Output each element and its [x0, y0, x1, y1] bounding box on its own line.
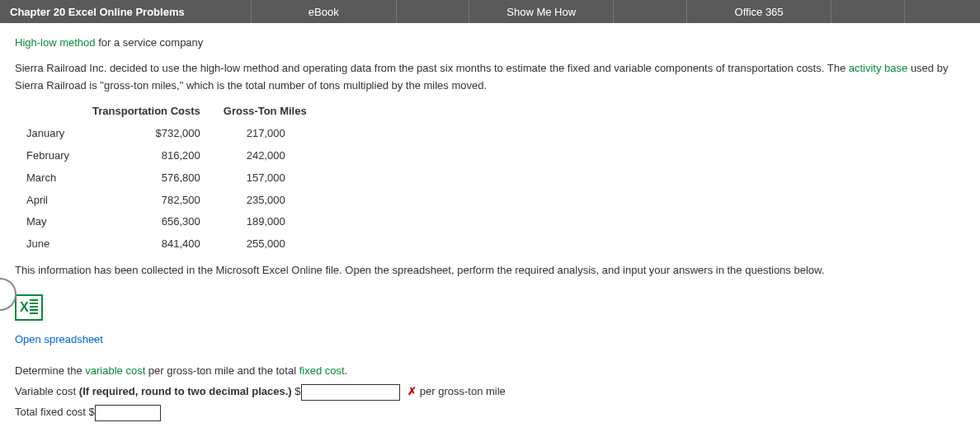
- fixed-cost-input[interactable]: [95, 405, 161, 421]
- miles-cell: 242,000: [212, 145, 318, 167]
- miles-cell: 157,000: [212, 167, 318, 190]
- open-spreadsheet-link[interactable]: Open spreadsheet: [15, 331, 103, 349]
- miles-cell: 235,000: [212, 190, 318, 212]
- cost-cell: $732,000: [81, 123, 212, 145]
- tab-office-365[interactable]: Office 365: [686, 0, 832, 23]
- month-cell: March: [15, 167, 81, 190]
- col-header-costs: Transportation Costs: [81, 101, 212, 123]
- table-row: May 656,300 189,000: [15, 211, 318, 233]
- miles-cell: 217,000: [212, 123, 318, 145]
- table-row: April 782,500 235,000: [15, 190, 318, 212]
- variable-cost-line: Variable cost (If required, round to two…: [15, 383, 965, 401]
- table-row: January $732,000 217,000: [15, 123, 318, 145]
- per-gross-ton-mile-label: per gross-ton mile: [417, 385, 506, 397]
- month-cell: April: [15, 190, 81, 212]
- tab-empty-4[interactable]: [904, 0, 977, 23]
- cost-cell: 576,800: [81, 167, 212, 190]
- chapter-title: Chapter 20 Excel Online Problems: [3, 6, 251, 18]
- excel-icon[interactable]: X: [15, 294, 43, 321]
- cost-cell: 656,300: [81, 211, 212, 233]
- problem-title: High-low method for a service company: [15, 35, 965, 52]
- activity-base-term: activity base: [849, 62, 908, 74]
- variable-cost-term: variable cost: [85, 364, 145, 377]
- cost-cell: 782,500: [81, 190, 212, 212]
- header-tabs: eBook Show Me How Office 365: [251, 0, 977, 23]
- month-cell: May: [15, 211, 81, 233]
- cost-cell: 841,400: [81, 233, 212, 256]
- problem-description: Sierra Railroad Inc. decided to use the …: [15, 60, 965, 95]
- fixed-cost-term: fixed cost: [299, 364, 345, 377]
- wrong-mark-icon: ✗: [408, 385, 417, 397]
- cost-cell: 816,200: [81, 145, 212, 167]
- tab-empty-1[interactable]: [396, 0, 469, 23]
- month-cell: June: [15, 233, 81, 256]
- month-cell: January: [15, 123, 81, 145]
- fixed-cost-line: Total fixed cost $: [15, 404, 965, 421]
- question-prompt: Determine the variable cost per gross-to…: [15, 363, 965, 380]
- question-block: Determine the variable cost per gross-to…: [15, 363, 965, 420]
- data-table: Transportation Costs Gross-Ton Miles Jan…: [15, 101, 318, 256]
- table-row: June 841,400 255,000: [15, 233, 318, 256]
- tab-empty-3[interactable]: [831, 0, 903, 23]
- variable-cost-input[interactable]: [301, 384, 400, 401]
- para-start: Sierra Railroad Inc. decided to use the …: [15, 62, 849, 74]
- excel-section: X Open spreadsheet: [15, 294, 965, 349]
- content-area: High-low method for a service company Si…: [0, 23, 980, 432]
- miles-cell: 255,000: [212, 233, 318, 256]
- miles-cell: 189,000: [212, 211, 318, 233]
- table-row: March 576,800 157,000: [15, 167, 318, 190]
- month-cell: February: [15, 145, 81, 167]
- tab-show-me-how[interactable]: Show Me How: [469, 0, 614, 23]
- table-row: February 816,200 242,000: [15, 145, 318, 167]
- problem-title-rest: for a service company: [96, 36, 204, 49]
- problem-title-highlight: High-low method: [15, 36, 96, 49]
- instructions-text: This information has been collected in t…: [15, 262, 965, 279]
- tab-ebook[interactable]: eBook: [251, 0, 396, 23]
- header-bar: Chapter 20 Excel Online Problems eBook S…: [0, 0, 980, 23]
- tab-empty-2[interactable]: [613, 0, 686, 23]
- col-header-miles: Gross-Ton Miles: [212, 101, 318, 123]
